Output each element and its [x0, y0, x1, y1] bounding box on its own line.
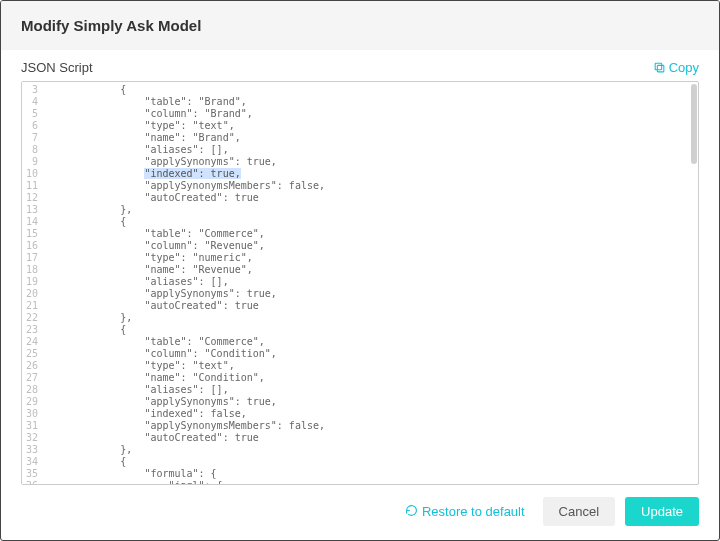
svg-rect-1 — [655, 63, 662, 69]
modal: Modify Simply Ask Model JSON Script Copy… — [0, 0, 720, 541]
modal-subheader: JSON Script Copy — [1, 50, 719, 81]
copy-label: Copy — [669, 60, 699, 75]
restore-default-button[interactable]: Restore to default — [405, 504, 525, 520]
copy-icon — [653, 61, 666, 74]
svg-rect-0 — [657, 65, 664, 72]
modal-title: Modify Simply Ask Model — [21, 17, 201, 34]
code-editor[interactable]: 3 4 5 6 7 8 9 10 11 12 13 14 15 16 17 18… — [21, 81, 699, 485]
scrollbar-thumb[interactable] — [691, 84, 697, 164]
code-lines: { "table": "Brand", "column": "Brand", "… — [44, 82, 698, 484]
json-script-label: JSON Script — [21, 60, 93, 75]
cancel-button[interactable]: Cancel — [543, 497, 615, 526]
modal-header: Modify Simply Ask Model — [1, 1, 719, 50]
refresh-icon — [405, 504, 418, 520]
restore-label: Restore to default — [422, 504, 525, 519]
copy-button[interactable]: Copy — [653, 60, 699, 75]
update-button[interactable]: Update — [625, 497, 699, 526]
line-number-gutter: 3 4 5 6 7 8 9 10 11 12 13 14 15 16 17 18… — [22, 82, 44, 484]
vertical-scrollbar[interactable] — [690, 82, 698, 484]
modal-footer: Restore to default Cancel Update — [1, 485, 719, 540]
code-area[interactable]: { "table": "Brand", "column": "Brand", "… — [44, 82, 698, 484]
